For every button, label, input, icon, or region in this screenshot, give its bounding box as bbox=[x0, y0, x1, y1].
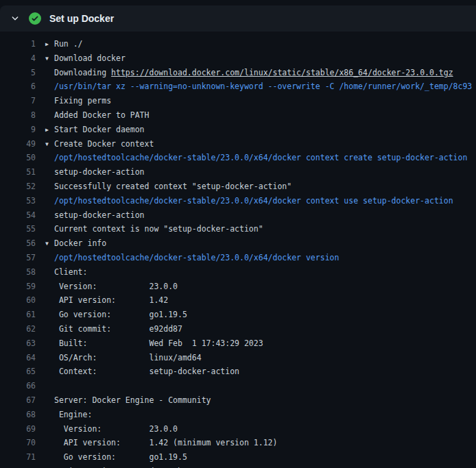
log-text: OS/Arch: linux/amd64 bbox=[54, 353, 202, 362]
line-number[interactable]: 58 bbox=[0, 265, 36, 280]
log-line-content: Client: bbox=[36, 265, 476, 280]
log-text: Client: bbox=[54, 267, 87, 277]
line-number[interactable]: 69 bbox=[0, 422, 36, 436]
log-line: 64 OS/Arch: linux/amd64 bbox=[0, 351, 476, 365]
line-number[interactable]: 53 bbox=[0, 194, 36, 208]
log-line: 70 API version: 1.42 (minimum version 1.… bbox=[0, 436, 476, 450]
line-number[interactable]: 64 bbox=[0, 351, 36, 365]
line-number[interactable]: 72 bbox=[0, 465, 36, 468]
log-line-content: setup-docker-action bbox=[36, 165, 476, 180]
line-number[interactable]: 52 bbox=[0, 180, 36, 194]
log-line: 5Downloading https://download.docker.com… bbox=[0, 66, 476, 80]
step-header[interactable]: Set up Docker bbox=[0, 5, 476, 32]
log-group-toggle[interactable]: ▼Download docker bbox=[36, 51, 476, 66]
log-group-toggle[interactable]: ▼Docker info bbox=[36, 236, 476, 251]
log-line-content: /opt/hostedtoolcache/docker-stable/23.0.… bbox=[36, 194, 476, 208]
log-text: setup-docker-action bbox=[54, 210, 145, 220]
log-text: Built: Wed Feb 1 17:43:29 2023 bbox=[54, 338, 263, 348]
log-line: 54setup-docker-action bbox=[0, 208, 476, 223]
chevron-expanded-icon[interactable]: ▼ bbox=[45, 52, 54, 66]
log-line-content: API version: 1.42 (minimum version 1.12) bbox=[36, 436, 476, 450]
chevron-down-icon[interactable] bbox=[10, 13, 21, 24]
line-number[interactable]: 62 bbox=[0, 322, 36, 336]
line-number[interactable]: 1 bbox=[0, 37, 36, 51]
log-line: 9▶Start Docker daemon bbox=[0, 123, 476, 137]
line-number[interactable]: 56 bbox=[0, 236, 36, 251]
check-circle-icon bbox=[29, 12, 41, 25]
line-number[interactable]: 54 bbox=[0, 208, 36, 223]
line-number[interactable]: 49 bbox=[0, 137, 36, 151]
log-line: 61 Go version: go1.19.5 bbox=[0, 308, 476, 322]
log-line-content: Current context is now "setup-docker-act… bbox=[36, 222, 476, 236]
line-number[interactable]: 57 bbox=[0, 251, 36, 265]
step-title: Set up Docker bbox=[49, 13, 114, 24]
line-number[interactable]: 5 bbox=[0, 66, 36, 80]
log-text: Current context is now "setup-docker-act… bbox=[54, 224, 263, 234]
log-link[interactable]: https://download.docker.com/linux/static… bbox=[111, 68, 453, 77]
log-line: 63 Built: Wed Feb 1 17:43:29 2023 bbox=[0, 336, 476, 351]
log-command-text: /opt/hostedtoolcache/docker-stable/23.0.… bbox=[54, 253, 339, 262]
log-line-content: Go version: go1.19.5 bbox=[36, 450, 476, 465]
log-text: Version: 23.0.0 bbox=[54, 424, 178, 434]
chevron-collapsed-icon[interactable]: ▶ bbox=[45, 38, 54, 51]
chevron-collapsed-icon[interactable]: ▶ bbox=[45, 123, 54, 137]
line-number[interactable]: 60 bbox=[0, 293, 36, 308]
line-number[interactable]: 9 bbox=[0, 123, 36, 137]
chevron-expanded-icon[interactable]: ▼ bbox=[45, 138, 54, 151]
log-line-content: OS/Arch: linux/amd64 bbox=[36, 351, 476, 365]
line-number[interactable]: 71 bbox=[0, 450, 36, 465]
line-number[interactable]: 50 bbox=[0, 151, 36, 165]
log-line-content: Git commit: e92dd87 bbox=[36, 322, 476, 336]
log-line-content: Downloading https://download.docker.com/… bbox=[36, 66, 476, 80]
line-number[interactable]: 6 bbox=[0, 79, 36, 94]
line-number[interactable]: 55 bbox=[0, 222, 36, 236]
line-number[interactable]: 61 bbox=[0, 308, 36, 322]
log-line: 49▼Create Docker context bbox=[0, 137, 476, 151]
line-number[interactable]: 7 bbox=[0, 94, 36, 108]
log-line: 4▼Download docker bbox=[0, 51, 476, 66]
log-line: 7Fixing perms bbox=[0, 94, 476, 108]
log-command-text: /usr/bin/tar xz --warning=no-unknown-key… bbox=[54, 82, 472, 91]
line-number[interactable]: 63 bbox=[0, 336, 36, 351]
log-text: Successfully created context "setup-dock… bbox=[54, 182, 291, 191]
chevron-expanded-icon[interactable]: ▼ bbox=[45, 237, 54, 251]
log-text: Go version: go1.19.5 bbox=[54, 452, 187, 462]
log-group-toggle[interactable]: ▶Start Docker daemon bbox=[36, 123, 476, 137]
log-line: 6/usr/bin/tar xz --warning=no-unknown-ke… bbox=[0, 79, 476, 94]
line-number[interactable]: 51 bbox=[0, 165, 36, 180]
log-text: Downloading bbox=[54, 68, 111, 77]
line-number[interactable]: 4 bbox=[0, 51, 36, 66]
log-line: 52Successfully created context "setup-do… bbox=[0, 180, 476, 194]
log-text: Server: Docker Engine - Community bbox=[54, 395, 211, 405]
log-text: Engine: bbox=[54, 410, 92, 419]
log-group-toggle[interactable]: ▼Create Docker context bbox=[36, 137, 476, 151]
log-line-content: Go version: go1.19.5 bbox=[36, 308, 476, 322]
line-number[interactable]: 67 bbox=[0, 393, 36, 408]
line-number[interactable]: 68 bbox=[0, 408, 36, 422]
log-command-text: /opt/hostedtoolcache/docker-stable/23.0.… bbox=[54, 196, 453, 206]
log-line: 66 bbox=[0, 379, 476, 393]
line-number[interactable]: 65 bbox=[0, 365, 36, 379]
log-line-content: /opt/hostedtoolcache/docker-stable/23.0.… bbox=[36, 251, 476, 265]
log-text: Context: setup-docker-action bbox=[54, 367, 239, 376]
log-line: 62 Git commit: e92dd87 bbox=[0, 322, 476, 336]
log-text: Start Docker daemon bbox=[54, 125, 145, 134]
log-line: 65 Context: setup-docker-action bbox=[0, 365, 476, 379]
log-line-content bbox=[36, 379, 476, 393]
log-text: API version: 1.42 bbox=[54, 295, 168, 305]
line-number[interactable]: 70 bbox=[0, 436, 36, 450]
log-viewer: 1▶Run ./4▼Download docker5Downloading ht… bbox=[0, 32, 476, 468]
log-group-toggle[interactable]: ▶Run ./ bbox=[36, 37, 476, 51]
log-line-content: /opt/hostedtoolcache/docker-stable/23.0.… bbox=[36, 151, 476, 165]
log-line: 71 Go version: go1.19.5 bbox=[0, 450, 476, 465]
log-text: Added Docker to PATH bbox=[54, 110, 149, 120]
log-line: 56▼Docker info bbox=[0, 236, 476, 251]
line-number[interactable]: 59 bbox=[0, 280, 36, 294]
log-line: 57/opt/hostedtoolcache/docker-stable/23.… bbox=[0, 251, 476, 265]
log-line-content: Version: 23.0.0 bbox=[36, 280, 476, 294]
log-command-text: /opt/hostedtoolcache/docker-stable/23.0.… bbox=[54, 153, 467, 162]
line-number[interactable]: 66 bbox=[0, 379, 36, 393]
log-line: 68 Engine: bbox=[0, 408, 476, 422]
log-line-content: Added Docker to PATH bbox=[36, 108, 476, 123]
line-number[interactable]: 8 bbox=[0, 108, 36, 123]
